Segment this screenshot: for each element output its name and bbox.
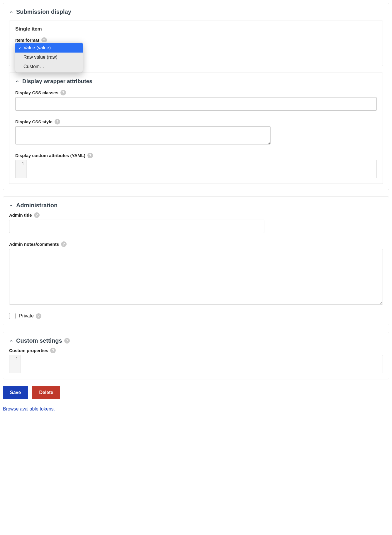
- label-text: Admin title: [9, 213, 32, 218]
- checkbox-private-row: Private ?: [9, 313, 383, 319]
- label-text: Display CSS style: [15, 119, 53, 124]
- help-icon[interactable]: ?: [34, 212, 40, 218]
- code-body[interactable]: [21, 355, 383, 373]
- label-text: Display CSS classes: [15, 90, 58, 95]
- chevron-up-icon: [9, 10, 13, 14]
- action-button-row: Save Delete: [3, 386, 389, 399]
- fieldset-single-item: Single item Item format ? ✓ Value (value…: [9, 21, 383, 66]
- delete-button[interactable]: Delete: [32, 386, 60, 399]
- panel-header-submission-display[interactable]: Submission display: [9, 3, 383, 19]
- browse-tokens-link[interactable]: Browse available tokens.: [3, 406, 55, 412]
- dropdown-option-label: Raw value (raw): [23, 55, 58, 60]
- panel-header-display-wrapper[interactable]: Display wrapper attributes: [15, 78, 377, 90]
- fieldset-display-wrapper: Display wrapper attributes Display CSS c…: [9, 73, 383, 184]
- dropdown-option-label: Custom…: [23, 64, 44, 69]
- checkbox-private-label: Private: [19, 313, 34, 319]
- chevron-up-icon: [9, 203, 13, 208]
- panel-header-administration[interactable]: Administration: [9, 197, 383, 212]
- panel-custom-settings: Custom settings ? Custom properties ? 1: [3, 332, 389, 379]
- help-icon[interactable]: ?: [87, 153, 93, 158]
- chevron-up-icon: [9, 339, 13, 343]
- save-button[interactable]: Save: [3, 386, 28, 399]
- panel-title: Custom settings: [16, 337, 62, 344]
- help-icon[interactable]: ?: [55, 119, 60, 125]
- input-admin-title[interactable]: [9, 220, 264, 233]
- help-icon[interactable]: ?: [60, 90, 66, 95]
- panel-submission-display: Submission display Single item Item form…: [3, 3, 389, 190]
- label-text: Admin notes/comments: [9, 242, 59, 247]
- chevron-up-icon: [15, 79, 19, 83]
- label-admin-notes: Admin notes/comments ?: [9, 241, 383, 247]
- label-display-css-classes: Display CSS classes ?: [15, 90, 377, 95]
- input-display-css-classes[interactable]: [15, 97, 377, 111]
- label-custom-properties: Custom properties ?: [9, 348, 383, 353]
- label-text: Custom properties: [9, 348, 48, 353]
- checkbox-private[interactable]: [9, 313, 16, 319]
- panel-title: Submission display: [16, 9, 71, 15]
- dropdown-option-label: Value (value): [23, 45, 51, 51]
- panel-header-custom-settings[interactable]: Custom settings ?: [9, 332, 383, 348]
- check-icon: ✓: [18, 46, 23, 50]
- panel-title: Display wrapper attributes: [22, 78, 92, 85]
- code-editor-display-custom-attrs[interactable]: 1: [15, 160, 377, 178]
- input-display-css-style[interactable]: [15, 126, 271, 144]
- item-format-dropdown: ✓ Value (value) Raw value (raw) Custom…: [15, 42, 83, 73]
- dropdown-option-raw[interactable]: Raw value (raw): [15, 53, 83, 62]
- code-gutter: 1: [9, 355, 21, 373]
- fieldset-title: Single item: [15, 26, 377, 32]
- label-display-custom-attrs: Display custom attributes (YAML) ?: [15, 153, 377, 158]
- dropdown-option-value[interactable]: ✓ Value (value): [15, 43, 83, 53]
- panel-administration: Administration Admin title ? Admin notes…: [3, 196, 389, 325]
- code-editor-custom-properties[interactable]: 1: [9, 355, 383, 373]
- help-icon[interactable]: ?: [36, 313, 41, 319]
- label-text: Display custom attributes (YAML): [15, 153, 85, 158]
- dropdown-option-custom[interactable]: Custom…: [15, 62, 83, 71]
- help-icon[interactable]: ?: [50, 348, 56, 353]
- label-admin-title: Admin title ?: [9, 212, 383, 218]
- help-icon[interactable]: ?: [64, 338, 70, 344]
- label-display-css-style: Display CSS style ?: [15, 119, 377, 125]
- code-gutter: 1: [16, 160, 27, 178]
- help-icon[interactable]: ?: [61, 241, 67, 247]
- panel-title: Administration: [16, 202, 58, 209]
- code-body[interactable]: [27, 160, 376, 178]
- input-admin-notes[interactable]: [9, 249, 383, 304]
